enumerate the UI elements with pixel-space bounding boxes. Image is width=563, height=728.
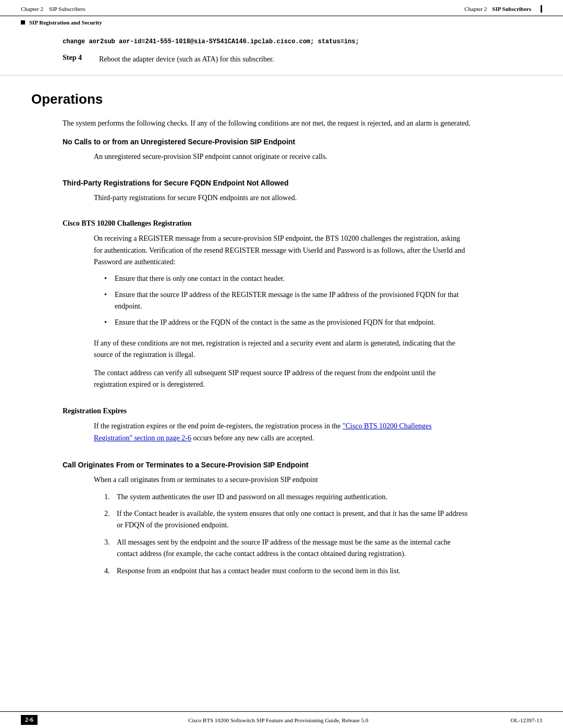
cisco-bts-para2: The contact address can verify all subse… [63, 367, 500, 397]
step-label: Step 4 [63, 54, 89, 62]
footer-right-text: OL-12397-13 [511, 717, 543, 723]
page-footer: 2-6 Cisco BTS 10200 Softswitch SIP Featu… [0, 711, 563, 728]
header-chapter: Chapter 2 [464, 6, 487, 12]
intro-text: The system performs the following checks… [31, 118, 532, 138]
step-row: Step 4 Reboot the adapter device (such a… [63, 54, 500, 65]
header-title: SIP Subscribers [492, 6, 531, 12]
header-bar-icon [541, 5, 542, 13]
cisco-bts-intro: On receiving a REGISTER message from a s… [63, 233, 500, 273]
subsection-no-calls-title: No Calls to or from an Unregistered Secu… [63, 138, 500, 146]
call-orig-title: Call Originates From or Terminates to a … [63, 461, 500, 469]
cisco-bts-bullets: Ensure that there is only one contact in… [63, 273, 500, 338]
subsection-no-calls-body: An unregistered secure-provision SIP end… [63, 151, 500, 168]
page-header: Chapter 2 SIP Subscribers Chapter 2 SIP … [0, 0, 563, 16]
top-section: change aor2sub aor-id=241-555-1018@sia-S… [0, 28, 563, 76]
step-text: Reboot the adapter device (such as ATA) … [99, 54, 274, 65]
bullet-item-1: Ensure that there is only one contact in… [104, 273, 469, 285]
header-chapter-label: Chapter 2 SIP Subscribers [21, 6, 85, 12]
call-orig-intro: When a call originates from or terminate… [63, 474, 500, 491]
call-orig-list: 1. The system authenticates the user ID … [63, 491, 500, 587]
subsection-cisco-bts: Cisco BTS 10200 Challenges Registration … [31, 219, 532, 397]
bullet-item-3: Ensure that the IP address or the FQDN o… [104, 317, 469, 328]
reg-expires-prefix: If the registration expires or the end p… [94, 422, 342, 430]
bullet-item-2: Ensure that the source IP address of the… [104, 289, 469, 313]
subsection-call-orig: Call Originates From or Terminates to a … [31, 461, 532, 587]
section-title: Operations [31, 91, 532, 107]
footer-page-num: 2-6 [21, 715, 38, 725]
page: Chapter 2 SIP Subscribers Chapter 2 SIP … [0, 0, 563, 728]
cisco-bts-title: Cisco BTS 10200 Challenges Registration [63, 219, 500, 228]
reg-expires-suffix: occurs before any new calls are accepted… [191, 434, 314, 442]
reg-expires-title: Registration Expires [63, 407, 500, 415]
cisco-bts-para1: If any of these conditions are not met, … [63, 338, 500, 367]
call-orig-item-2: 2. If the Contact header is available, t… [104, 508, 469, 532]
header-right: Chapter 2 SIP Subscribers [464, 5, 542, 13]
code-line: change aor2sub aor-id=241-555-1018@sia-S… [63, 38, 500, 45]
main-content: Operations The system performs the follo… [0, 76, 563, 619]
subsection-no-calls: No Calls to or from an Unregistered Secu… [31, 138, 532, 168]
subsection-reg-expires: Registration Expires If the registration… [31, 407, 532, 450]
reg-expires-text: If the registration expires or the end p… [63, 421, 500, 450]
footer-left: 2-6 [21, 715, 46, 725]
call-orig-item-3: 3. All messages sent by the endpoint and… [104, 537, 469, 560]
sub-header-label: SIP Registration and Security [29, 19, 102, 26]
call-orig-item-4: 4. Response from an endpoint that has a … [104, 565, 469, 577]
sub-header: SIP Registration and Security [0, 16, 563, 28]
call-orig-item-1: 1. The system authenticates the user ID … [104, 491, 469, 503]
sub-header-square-icon [21, 20, 25, 24]
subsection-third-party-body: Third-party registrations for secure FQD… [63, 192, 500, 209]
footer-center-text: Cisco BTS 10200 Softswitch SIP Feature a… [46, 717, 511, 723]
subsection-third-party: Third-Party Registrations for Secure FQD… [31, 179, 532, 209]
subsection-third-party-title: Third-Party Registrations for Secure FQD… [63, 179, 500, 187]
